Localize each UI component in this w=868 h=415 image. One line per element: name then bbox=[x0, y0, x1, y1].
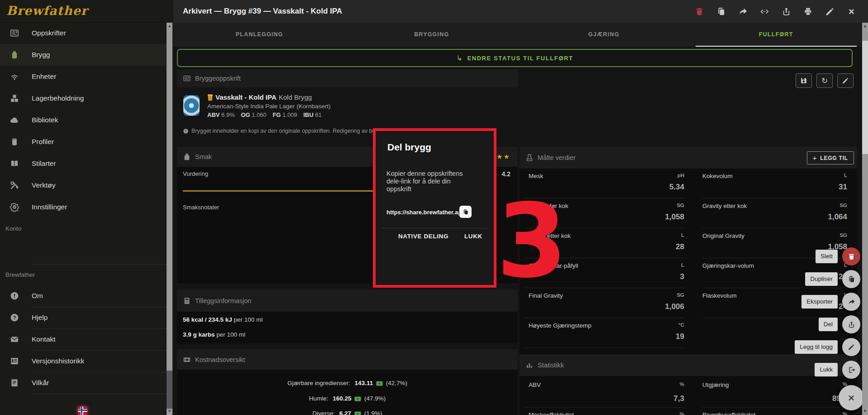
measured-cell[interactable]: Gravity etter kokSG1,064 bbox=[702, 198, 847, 228]
recipe-image[interactable] bbox=[183, 95, 200, 116]
dialog-close-button[interactable]: LUKK bbox=[464, 233, 482, 240]
sidebar-item-lagerbeholdning[interactable]: Lagerbeholdning bbox=[0, 87, 167, 109]
measure-unit: L bbox=[681, 232, 684, 238]
fab-label-eksporter[interactable]: Eksporter bbox=[801, 295, 838, 309]
scroll-up-arrow[interactable]: ▲ bbox=[862, 24, 868, 29]
refresh-button[interactable]: ↻ bbox=[816, 73, 833, 88]
scroll-down-arrow[interactable]: ▼ bbox=[167, 409, 172, 414]
toolbar-actions: × bbox=[695, 0, 856, 23]
save-button[interactable] bbox=[796, 73, 812, 88]
code-icon[interactable] bbox=[760, 7, 769, 16]
fab-label-dupliser[interactable]: Dupliser bbox=[805, 272, 838, 286]
sidebar-scrollbar[interactable]: ▲ ▼ bbox=[167, 23, 172, 415]
sidebar-item-versjonshistorikk[interactable]: Versjonshistorikk bbox=[0, 350, 167, 372]
cost-value: 6.27 bbox=[339, 410, 351, 415]
sidebar-item-brygg[interactable]: Brygg bbox=[0, 44, 167, 66]
sidebar-item-stilarter[interactable]: Stilarter bbox=[0, 153, 167, 174]
measured-cell[interactable]: Høyeste Gjæringstemp°C19 bbox=[525, 318, 684, 348]
sidebar-item-oppskrifter[interactable]: Oppskrifter bbox=[0, 22, 167, 44]
section-label-konto: Konto bbox=[5, 225, 21, 232]
copy-link-button[interactable] bbox=[459, 206, 472, 218]
change-status-button[interactable]: ↳ ENDRE STATUS TIL FULLFØRT bbox=[177, 49, 853, 67]
scrollbar-thumb[interactable] bbox=[862, 41, 868, 154]
measured-row: Gravity før kokSG1,058 Gravity etter kok… bbox=[520, 198, 857, 228]
document-icon bbox=[10, 378, 19, 388]
cost-value: 143.11 bbox=[355, 380, 373, 386]
tab-fullfort[interactable]: FULLFØRT bbox=[690, 23, 863, 47]
tab-gjaering[interactable]: GJÆRING bbox=[518, 23, 690, 47]
measure-label: Gjæringskar-volum bbox=[702, 262, 754, 269]
export-icon[interactable] bbox=[782, 7, 791, 16]
stat-cell[interactable]: Utgjæring%89,5 bbox=[702, 376, 847, 408]
add-button-label: LEGG TIL bbox=[820, 155, 848, 161]
share-link: https://share.brewfather.app/ bbox=[386, 209, 459, 216]
tab-planlegging[interactable]: PLANLEGGING bbox=[173, 23, 346, 47]
share-icon[interactable] bbox=[738, 7, 748, 16]
measure-value: 1,006 bbox=[665, 302, 684, 311]
measure-label: Original Gravity bbox=[702, 232, 744, 239]
carbs-line: 3.9 g karbs per 100 ml bbox=[183, 331, 245, 338]
edit-icon[interactable] bbox=[825, 7, 835, 16]
sidebar-item-enheter[interactable]: Enheter bbox=[0, 66, 167, 87]
info-icon bbox=[183, 128, 189, 134]
sidebar-item-bibliotek[interactable]: Bibliotek bbox=[0, 109, 167, 131]
measure-label: Gravity etter kok bbox=[702, 203, 747, 209]
status-button-label: ENDRE STATUS TIL FULLFØRT bbox=[467, 55, 573, 62]
calories-value: 56 kcal / 234.5 kJ bbox=[183, 316, 232, 323]
print-icon[interactable] bbox=[803, 7, 813, 16]
stat-label: Brygghuseffektivitet bbox=[702, 411, 756, 415]
measured-row: Volum etter kokL28 Original GravitySG1,0… bbox=[520, 228, 857, 258]
main-scrollbar[interactable]: ▲ ▼ bbox=[862, 23, 868, 415]
sidebar-item-innstillinger[interactable]: Innstillinger bbox=[0, 196, 167, 218]
fab-label-del[interactable]: Del bbox=[819, 318, 838, 331]
divider bbox=[382, 228, 487, 228]
cost-percent: (42.7%) bbox=[386, 380, 407, 386]
norwegian-flag-icon[interactable] bbox=[78, 406, 87, 415]
stat-cell[interactable]: Brygghuseffektivitet% bbox=[702, 408, 847, 415]
info-circle-icon bbox=[10, 291, 19, 301]
close-icon[interactable]: × bbox=[847, 7, 856, 16]
taste-panel-title: Smak bbox=[195, 153, 212, 160]
measured-cell[interactable]: KokevolumL31 bbox=[702, 169, 847, 198]
recipe-name: Vasskalt - Kold IPA bbox=[215, 93, 277, 101]
keg-icon bbox=[10, 137, 19, 147]
rating-value: 4.2 bbox=[502, 170, 510, 178]
brew-bottle-icon bbox=[10, 50, 19, 60]
sidebar-item-hjelp[interactable]: ? Hjelp bbox=[0, 307, 167, 328]
duplicate-icon[interactable] bbox=[716, 7, 726, 16]
fab-toggle-button[interactable]: × bbox=[839, 385, 864, 410]
sidebar-item-label: Versjonshistorikk bbox=[32, 350, 84, 372]
fab-close-button[interactable] bbox=[842, 361, 860, 379]
delete-icon[interactable] bbox=[695, 7, 704, 16]
tab-brygging[interactable]: BRYGGING bbox=[346, 23, 518, 47]
sidebar-item-profiler[interactable]: Profiler bbox=[0, 131, 167, 153]
sidebar-item-om[interactable]: Om bbox=[0, 285, 167, 307]
fab-delete-button[interactable] bbox=[842, 247, 860, 265]
sidebar-item-verktoy[interactable]: Verktøy bbox=[0, 174, 167, 196]
cost-percent: (1.9%) bbox=[364, 410, 382, 415]
account-row[interactable]: Premium Kold Brygg bbox=[0, 240, 167, 264]
fab-export-button[interactable] bbox=[842, 293, 860, 311]
sidebar-item-vilkar[interactable]: Vilkår bbox=[0, 372, 167, 394]
add-measurement-button[interactable]: + LEGG TIL bbox=[807, 151, 854, 164]
stat-cell[interactable]: ABV%7,3 bbox=[525, 376, 684, 408]
edit-recipe-button[interactable] bbox=[837, 73, 854, 88]
fab-label-slett[interactable]: Slett bbox=[816, 250, 838, 263]
scroll-down-arrow[interactable]: ▼ bbox=[862, 409, 868, 414]
stat-cell[interactable]: Meskeeffektivitet% bbox=[525, 408, 684, 415]
fab-add-log-button[interactable] bbox=[842, 338, 860, 356]
tab-label: FULLFØRT bbox=[759, 31, 793, 38]
measure-value: 1,058 bbox=[665, 212, 684, 222]
native-share-button[interactable]: NATIVE DELING bbox=[398, 233, 448, 240]
fab-share-button[interactable] bbox=[842, 315, 860, 333]
stat-label: IBU bbox=[303, 111, 313, 118]
fab-label-legg-til-logg[interactable]: Legg til logg bbox=[795, 340, 838, 354]
stat-value: 6.9% bbox=[221, 111, 235, 118]
statistics-title: Statistikk bbox=[538, 362, 564, 369]
scroll-up-arrow[interactable]: ▲ bbox=[167, 24, 172, 29]
sidebar-item-kontakt[interactable]: Kontakt bbox=[0, 328, 167, 350]
fab-duplicate-button[interactable] bbox=[842, 270, 860, 288]
scrollbar-track bbox=[167, 23, 172, 415]
fab-label-lukk[interactable]: Lukk bbox=[815, 363, 838, 376]
measure-unit: pH bbox=[677, 173, 684, 178]
